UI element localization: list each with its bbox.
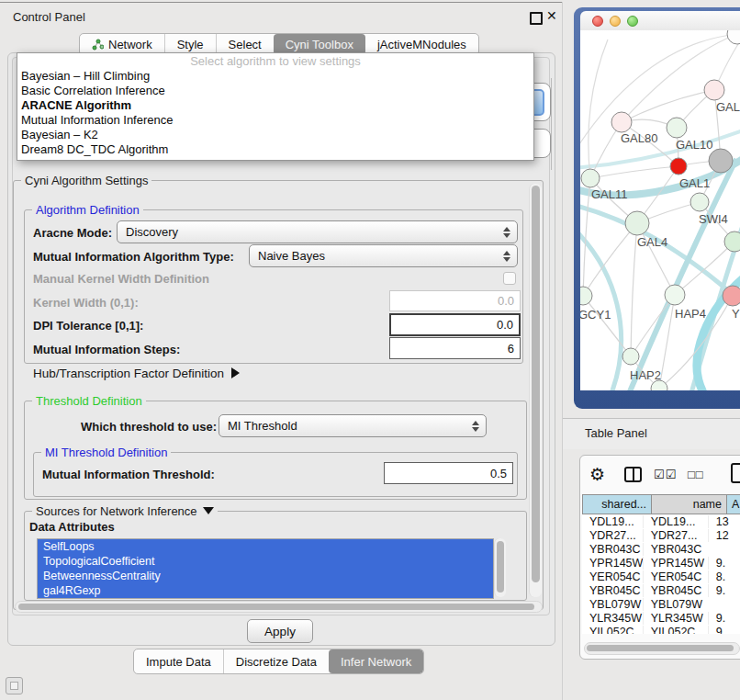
table-row[interactable]: YBL079WYBL079W [582,597,740,611]
dropdown-item-aracne-algorithm[interactable]: ARACNE Algorithm [17,98,533,113]
table-hscrollbar-thumb[interactable] [587,645,734,651]
tab-infer-network[interactable]: Infer Network [329,649,423,673]
aracne-mode-value: Discovery [126,225,178,239]
zoom-traffic-light-icon[interactable] [627,16,638,27]
page-icon[interactable] [731,463,740,483]
table-cell: YBL079W [643,598,708,611]
select-all-icon[interactable]: ☑☑ [654,468,677,481]
mi-threshold-label: Mutual Information Threshold: [42,468,215,481]
settings-vscrollbar-thumb[interactable] [532,186,540,582]
table-row[interactable]: YIL052CYIL052C9. [582,625,740,634]
settings-hscrollbar[interactable] [15,601,543,613]
which-threshold-value: MI Threshold [228,419,297,433]
network-node-hap2[interactable] [622,348,639,365]
network-edge [631,223,637,356]
column-header-A[interactable]: A [727,494,740,514]
network-node-gal10[interactable] [667,118,687,138]
dropdown-item-bayesian-k2[interactable]: Bayesian – K2 [17,128,533,142]
network-node-gal80[interactable] [611,112,632,132]
manual-kernel-checkbox[interactable] [503,272,516,285]
panel-top-border [0,2,563,3]
network-node-gal4[interactable] [625,211,649,235]
table-row[interactable]: YLR345WYLR345W9. [582,611,740,625]
network-edge [589,40,608,178]
dropdown-item-dream8-dc-tdc-algorithm[interactable]: Dream8 DC_TDC Algorithm [17,142,533,157]
tab-discretize-data[interactable]: Discretize Data [223,649,329,673]
expander-collapsed-icon [231,367,240,378]
minimize-traffic-light-icon[interactable] [610,16,621,27]
network-node-y[interactable] [723,286,740,306]
dropdown-item-bayesian-hill-climbing[interactable]: Bayesian – Hill Climbing [17,69,533,84]
settings-vscrollbar[interactable] [529,184,542,597]
attribute-item[interactable]: BetweennessCentrality [38,569,493,583]
table-body: YDL19...YDL19...13YDR27...YDR27...12YBR0… [582,514,740,634]
table-cell: YDL19... [582,515,643,528]
table-hscrollbar[interactable] [584,642,740,655]
kernel-width-field[interactable]: 0.0 [389,290,521,311]
mi-steps-field[interactable]: 6 [389,337,521,359]
which-threshold-combobox[interactable]: MI Threshold [219,414,487,437]
node-label-hap2: HAP2 [630,368,661,382]
close-icon[interactable]: ✕ [546,8,557,23]
network-node-gal[interactable] [704,80,724,100]
apply-button[interactable]: Apply [247,619,313,643]
table-cell: YIL052C [582,626,643,635]
network-window-titlebar[interactable] [580,11,740,30]
sources-group-title[interactable]: Sources for Network Inference [32,504,218,518]
network-node[interactable] [724,231,740,252]
dropdown-item-basic-correlation-inference[interactable]: Basic Correlation Inference [17,84,533,98]
settings-hscrollbar-thumb[interactable] [18,604,534,610]
attribute-item[interactable]: TopologicalCoefficient [38,554,493,569]
network-graph: GALGAL80GAL10GAL1GAL11SWI4GAL4GCY1HAP4YH… [580,30,740,390]
cyni-mode-tabbar: Impute DataDiscretize DataInfer Network [133,649,424,674]
column-header-shared...[interactable]: shared... [582,494,652,514]
network-edge [583,296,631,356]
table-row[interactable]: YBR045CYBR045C9. [582,583,740,597]
attribute-item[interactable]: SelfLoops [38,539,493,554]
network-node-gcy1[interactable] [580,287,592,305]
network-node-gal11[interactable] [581,169,600,187]
network-node-swi4[interactable] [690,193,709,211]
close-traffic-light-icon[interactable] [592,16,603,27]
aracne-mode-combobox[interactable]: Discovery [117,220,518,243]
tab-label: jActiveMNodules [377,38,466,51]
panel-right-divider[interactable] [562,2,563,700]
attributes-vscrollbar-thumb[interactable] [497,541,504,593]
network-view-canvas[interactable]: GALGAL80GAL10GAL1GAL11SWI4GAL4GCY1HAP4YH… [580,30,740,390]
tab-impute-data[interactable]: Impute Data [134,649,223,673]
table-cell: YLR345W [582,612,643,625]
table-cell: 9. [708,557,740,570]
table-row[interactable]: YDR27...YDR27...12 [582,528,740,542]
dpi-tolerance-field[interactable]: 0.0 [389,313,521,336]
attributes-vscrollbar[interactable] [494,538,506,597]
attribute-item[interactable]: gal4RGexp [38,583,493,598]
table-cell: YLR345W [643,612,708,625]
table-cell: YER054C [582,570,643,583]
mi-type-combobox[interactable]: Naive Bayes [249,244,518,267]
tab-label: Discretize Data [236,655,317,669]
collapsed-panel-icon[interactable] [6,677,23,694]
kernel-width-label: Kernel Width (0,1): [33,296,139,310]
algorithm-dropdown-items: Bayesian – Hill ClimbingBasic Correlatio… [17,69,533,157]
tab-label: Select [229,38,262,51]
table-row[interactable]: YER054CYER054C8. [582,570,740,583]
dropdown-item-mutual-information-inference[interactable]: Mutual Information Inference [17,113,533,128]
network-node-gal1[interactable] [670,158,687,175]
gear-icon[interactable]: ⚙ [589,464,605,485]
threshold-definition-title: Threshold Definition [32,394,146,408]
network-node[interactable] [727,30,740,44]
node-label-swi4: SWI4 [699,212,728,226]
deselect-all-icon[interactable]: □□ [688,468,704,481]
column-header-name[interactable]: name [652,494,727,514]
table-row[interactable]: YBR043CYBR043C [582,542,740,556]
node-label-gal11: GAL11 [591,187,628,201]
hub-definition-expander[interactable]: Hub/Transcription Factor Definition [33,367,240,380]
float-window-icon[interactable] [530,12,543,25]
table-row[interactable]: YPR145WYPR145W9. [582,556,740,570]
node-label-y: Y [732,307,740,321]
mi-threshold-field[interactable]: 0.5 [384,462,513,484]
network-node[interactable] [709,149,733,173]
table-row[interactable]: YDL19...YDL19...13 [582,514,740,528]
network-node-hap4[interactable] [665,285,685,305]
columns-icon[interactable] [624,467,642,482]
